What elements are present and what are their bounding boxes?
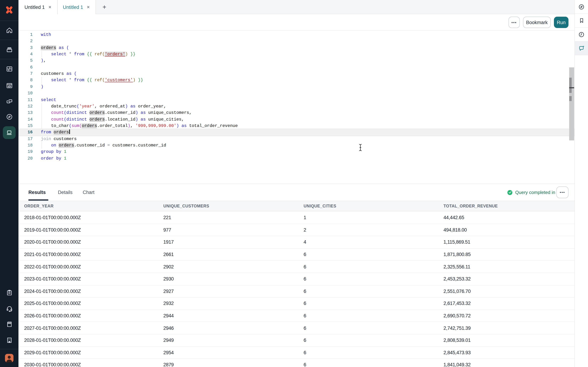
table-cell[interactable]: 2949	[158, 338, 298, 343]
sidebar-item-apps[interactable]	[0, 62, 18, 76]
table-cell[interactable]: 1,841,049.32	[438, 362, 574, 367]
table-cell[interactable]: 2,845,473.93	[438, 350, 574, 355]
user-avatar[interactable]	[5, 354, 14, 362]
table-cell[interactable]: 2879	[158, 362, 298, 367]
sidebar-item-home[interactable]	[0, 23, 18, 37]
column-header[interactable]: UNIQUE_CUSTOMERS	[158, 204, 298, 208]
table-row[interactable]: 2025-01-01T00:00:00.000Z293262,617,453.3…	[18, 298, 574, 310]
code-line[interactable]: customers as (	[41, 71, 77, 77]
table-row[interactable]: 2024-01-01T00:00:00.000Z292762,551,076.7…	[18, 285, 574, 298]
sidebar-item-organization[interactable]	[0, 333, 18, 347]
table-cell[interactable]: 2927	[158, 289, 298, 294]
table-cell[interactable]: 2902	[158, 264, 298, 269]
table-row[interactable]: 2023-01-01T00:00:00.000Z293062,453,253.3…	[18, 273, 574, 285]
table-cell[interactable]: 2661	[158, 252, 298, 257]
code-line[interactable]: orders as (	[41, 44, 69, 51]
table-cell[interactable]: 1	[298, 215, 438, 220]
sidebar-item-changelog[interactable]	[0, 285, 18, 300]
table-cell[interactable]: 2018-01-01T00:00:00.000Z	[18, 215, 158, 220]
table-cell[interactable]: 2,742,751.39	[438, 325, 574, 331]
table-row[interactable]: 2029-01-01T00:00:00.000Z295462,845,473.9…	[18, 347, 574, 359]
table-cell[interactable]: 2,551,076.70	[438, 289, 574, 294]
code-line[interactable]: date_trunc('year', ordered_at) as order_…	[41, 103, 166, 110]
hex-logo[interactable]	[0, 3, 18, 17]
table-cell[interactable]: 6	[298, 301, 438, 306]
editor-scrollbar-thumb[interactable]	[569, 78, 572, 93]
close-icon[interactable]: ✕	[48, 5, 52, 9]
column-header[interactable]: TOTAL_ORDER_REVENUE	[438, 204, 574, 208]
column-header[interactable]: ORDER_YEAR	[18, 204, 158, 208]
table-row[interactable]: 2030-01-01T00:00:00.000Z287961,841,049.3…	[18, 359, 574, 367]
table-cell[interactable]: 2030-01-01T00:00:00.000Z	[18, 362, 158, 367]
table-row[interactable]: 2019-01-01T00:00:00.000Z9772494,818.00	[18, 224, 574, 236]
table-cell[interactable]: 2019-01-01T00:00:00.000Z	[18, 227, 158, 233]
table-cell[interactable]: 2024-01-01T00:00:00.000Z	[18, 289, 158, 294]
table-row[interactable]: 2018-01-01T00:00:00.000Z221144,442.65	[18, 212, 574, 224]
code-line[interactable]: join customers	[41, 136, 77, 142]
sidebar-item-notebook-active[interactable]	[3, 126, 16, 139]
table-cell[interactable]: 2,325,556.11	[438, 264, 574, 269]
table-cell[interactable]: 6	[298, 313, 438, 318]
table-cell[interactable]: 2021-01-01T00:00:00.000Z	[18, 252, 158, 257]
code-line[interactable]: order by 1	[41, 155, 66, 162]
sidebar-item-code-cell[interactable]	[0, 78, 18, 92]
table-cell[interactable]: 2020-01-01T00:00:00.000Z	[18, 240, 158, 245]
code-line[interactable]: select	[41, 97, 56, 103]
more-options-button[interactable]: •••	[509, 17, 520, 28]
table-cell[interactable]: 2	[298, 227, 438, 233]
table-cell[interactable]: 2025-01-01T00:00:00.000Z	[18, 301, 158, 306]
table-row[interactable]: 2028-01-01T00:00:00.000Z294962,808,539.0…	[18, 334, 574, 347]
table-cell[interactable]: 1917	[158, 240, 298, 245]
column-header[interactable]: UNIQUE_CITIES	[298, 204, 438, 208]
new-tab-button[interactable]: +	[99, 0, 110, 14]
table-row[interactable]: 2026-01-01T00:00:00.000Z294462,690,570.7…	[18, 310, 574, 322]
rail-item-history[interactable]	[575, 28, 588, 42]
sidebar-item-windows[interactable]	[0, 94, 18, 108]
code-line[interactable]: to_char(sum(orders.order_total), '999,99…	[41, 123, 238, 129]
sidebar-item-docs[interactable]	[0, 317, 18, 331]
table-cell[interactable]: 6	[298, 338, 438, 343]
table-cell[interactable]: 6	[298, 350, 438, 355]
table-cell[interactable]: 2023-01-01T00:00:00.000Z	[18, 276, 158, 282]
document-tab-1[interactable]: Untitled 1 ✕	[19, 0, 58, 14]
close-icon[interactable]: ✕	[87, 5, 90, 9]
table-cell[interactable]: 2932	[158, 301, 298, 306]
tab-details[interactable]: Details	[58, 184, 73, 201]
table-cell[interactable]: 494,818.00	[438, 227, 574, 233]
table-cell[interactable]: 4	[298, 240, 438, 245]
table-cell[interactable]: 6	[298, 264, 438, 269]
run-button[interactable]: Run	[554, 17, 569, 28]
code-line[interactable]: select * from {{ ref('orders') }}	[41, 51, 136, 58]
table-cell[interactable]: 2026-01-01T00:00:00.000Z	[18, 313, 158, 318]
table-row[interactable]: 2021-01-01T00:00:00.000Z266161,871,800.8…	[18, 249, 574, 261]
table-cell[interactable]: 6	[298, 325, 438, 331]
table-row[interactable]: 2027-01-01T00:00:00.000Z294662,742,751.3…	[18, 322, 574, 334]
document-tab-2[interactable]: Untitled 1 ✕	[58, 0, 96, 14]
code-line[interactable]: select * from {{ ref('customers') }}	[41, 77, 143, 84]
table-cell[interactable]: 2946	[158, 325, 298, 331]
sql-editor[interactable]: 1with23orders as (4 select * from {{ ref…	[18, 31, 574, 184]
rail-item-ai-assistant[interactable]	[575, 42, 588, 55]
results-more-button[interactable]: •••	[556, 186, 569, 198]
sidebar-item-explore[interactable]	[0, 109, 18, 124]
table-cell[interactable]: 2027-01-01T00:00:00.000Z	[18, 325, 158, 331]
sidebar-item-collections[interactable]	[0, 42, 18, 56]
tab-results[interactable]: Results	[28, 184, 46, 201]
table-cell[interactable]: 2,453,253.32	[438, 276, 574, 282]
table-cell[interactable]: 2,617,453.32	[438, 301, 574, 306]
code-line[interactable]: count(distinct orders.customer_id) as un…	[41, 109, 192, 116]
table-cell[interactable]: 2,808,539.01	[438, 338, 574, 343]
code-line[interactable]: ),	[41, 58, 46, 64]
table-cell[interactable]: 44,442.65	[438, 215, 574, 220]
table-row[interactable]: 2022-01-01T00:00:00.000Z290262,325,556.1…	[18, 261, 574, 273]
code-line[interactable]: on orders.customer_id = customers.custom…	[41, 142, 166, 149]
table-cell[interactable]: 2954	[158, 350, 298, 355]
code-line[interactable]: from orders	[41, 129, 70, 136]
sidebar-item-support[interactable]	[0, 301, 18, 316]
table-cell[interactable]: 6	[298, 362, 438, 367]
table-cell[interactable]: 6	[298, 289, 438, 294]
table-cell[interactable]: 2930	[158, 276, 298, 282]
tab-chart[interactable]: Chart	[83, 184, 95, 201]
code-line[interactable]: with	[41, 32, 51, 38]
rail-item-explore[interactable]	[575, 0, 588, 14]
